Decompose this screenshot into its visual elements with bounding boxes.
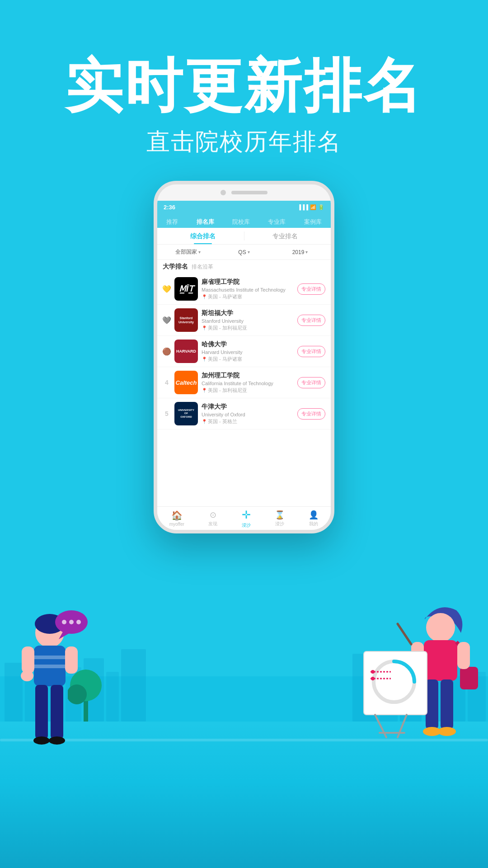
university-item-stanford: 🩶 StanfordUniversity 斯坦福大学 Stanford Univ… [157,305,331,336]
status-icons: ▐▐▐ 📶 🔋 [298,204,324,210]
content-tabs: 综合排名 专业排名 [157,228,331,245]
uni-logo-mit: M̲ĪT̲ [174,277,198,301]
phone-camera [221,190,226,195]
detail-btn-mit[interactable]: 专业详情 [297,283,325,295]
profile-icon: 👤 [309,510,319,520]
tab-specialty[interactable]: 专业排名 [244,228,327,244]
svg-point-48 [371,670,375,674]
hero-section: 实时更新排名 直击院校历年排名 [0,54,488,158]
svg-rect-7 [121,649,146,722]
svg-point-18 [76,620,81,624]
profile-label: 我的 [309,521,318,527]
phone-screen: 2:36 ▐▐▐ 📶 🔋 推荐 排名库 院校库 专 [157,201,331,530]
svg-rect-36 [460,667,478,689]
filter-year-chevron: ▾ [305,250,308,255]
detail-btn-stanford[interactable]: 专业详情 [297,315,325,326]
hourglass-icon: ⌛ [275,510,285,520]
rank-icon-1: 💛 [163,285,171,293]
bottom-nav: 🏠 myoffer ⊙ 发现 ✛ 浸沙 ⌛ 浸沙 👤 我的 [157,506,331,530]
uni-info-stanford: 斯坦福大学 Stanford University 📍 美国 - 加利福尼亚 [202,309,294,331]
bottom-nav-discover[interactable]: ⊙ 发现 [208,510,217,527]
nav-tab-cases[interactable]: 案例库 [300,216,325,228]
detail-btn-oxford[interactable]: 专业详情 [297,408,325,420]
svg-point-16 [62,620,66,624]
filter-country[interactable]: 全部国家 ▾ [162,248,214,256]
bottom-nav-center[interactable]: ✛ 浸沙 [242,509,251,528]
filter-ranking-type[interactable]: QS ▾ [218,248,270,256]
uni-name-cn-harvard: 哈佛大学 [202,340,294,349]
uni-name-en-stanford: Stanford University [202,318,294,324]
section-title: 大学排名 [163,263,188,271]
svg-rect-40 [441,679,453,729]
svg-marker-15 [59,631,71,639]
detail-btn-caltech[interactable]: 专业详情 [297,377,325,388]
svg-line-51 [398,715,407,737]
section-sub: 排名沿革 [192,263,213,271]
location-pin-stanford: 📍 [202,326,207,330]
university-item-caltech: 4 Caltech 加州理工学院 California Institute of… [157,367,331,398]
signal-icon: ▐▐▐ [298,204,308,210]
svg-line-43 [398,624,411,644]
uni-name-cn-oxford: 牛津大学 [202,403,294,411]
nav-tab-recommend[interactable]: 推荐 [163,216,182,228]
filter-bar: 全部国家 ▾ QS ▾ 2019 ▾ [157,245,331,260]
uni-location-oxford: 📍 英国 - 英格兰 [202,418,294,425]
university-item-oxford: 5 UNIVERSITYOFOXFORD 牛津大学 University of … [157,398,331,429]
location-pin-oxford: 📍 [202,419,207,424]
svg-rect-6 [106,672,119,722]
status-time: 2:36 [164,204,175,211]
uni-name-en-mit: Massachusetts Institute of Technology [202,287,294,292]
phone-body: 2:36 ▐▐▐ 📶 🔋 推荐 排名库 院校库 专 [154,181,334,533]
university-item-mit: 💛 M̲ĪT̲ 麻省理工学院 Massachusetts Institute o… [157,274,331,305]
discover-icon: ⊙ [210,510,216,520]
phone-notch [157,184,331,201]
uni-location-harvard: 📍 美国 - 马萨诸塞 [202,356,294,363]
uni-location-mit: 📍 美国 - 马萨诸塞 [202,293,294,300]
svg-rect-23 [34,665,66,668]
rank-number-5: 5 [163,410,171,417]
bottom-nav-myoffer[interactable]: 🏠 myoffer [169,510,184,527]
myoffer-icon: 🏠 [171,510,183,521]
location-pin-mit: 📍 [202,294,207,299]
uni-name-cn-mit: 麻省理工学院 [202,278,294,286]
bottom-nav-hourglass[interactable]: ⌛ 浸沙 [275,510,285,527]
hourglass-label: 浸沙 [275,521,284,527]
battery-icon: 🔋 [318,204,324,210]
svg-line-50 [375,715,386,737]
bottom-nav-profile[interactable]: 👤 我的 [309,510,319,527]
svg-point-30 [49,736,65,745]
uni-info-harvard: 哈佛大学 Harvard University 📍 美国 - 马萨诸塞 [202,340,294,363]
filter-year[interactable]: 2019 ▾ [274,248,326,256]
svg-rect-38 [457,642,470,669]
rank-icon-2: 🩶 [163,316,171,324]
phone-mockup: 2:36 ▐▐▐ 📶 🔋 推荐 排名库 院校库 专 [154,181,334,533]
trees-decoration [68,654,104,723]
detail-btn-harvard[interactable]: 专业详情 [297,346,325,357]
nav-tab-majors[interactable]: 专业库 [264,216,289,228]
uni-logo-oxford: UNIVERSITYOFOXFORD [174,402,198,425]
uni-info-caltech: 加州理工学院 California Institute of Technolog… [202,372,294,394]
nav-tab-schools[interactable]: 院校库 [229,216,253,228]
uni-location-stanford: 📍 美国 - 加利福尼亚 [202,325,294,331]
uni-name-cn-caltech: 加州理工学院 [202,372,294,380]
uni-info-mit: 麻省理工学院 Massachusetts Institute of Techno… [202,278,294,300]
whiteboard-decoration [361,649,434,741]
svg-point-34 [426,613,455,642]
uni-name-en-caltech: California Institute of Technology [202,381,294,386]
svg-rect-27 [35,685,48,739]
svg-rect-22 [34,656,66,659]
hero-title: 实时更新排名 [0,54,488,118]
status-bar: 2:36 ▐▐▐ 📶 🔋 [157,201,331,213]
university-list: 💛 M̲ĪT̲ 麻省理工学院 Massachusetts Institute o… [157,274,331,506]
tab-comprehensive[interactable]: 综合排名 [162,228,244,244]
svg-point-17 [69,620,74,624]
university-item-harvard: 🟤 HARVARD 哈佛大学 Harvard University 📍 美国 -… [157,336,331,367]
svg-point-42 [438,727,456,736]
nav-tab-ranking[interactable]: 排名库 [193,216,218,228]
svg-rect-31 [84,699,88,722]
discover-label: 发现 [208,521,217,527]
rank-icon-3: 🟤 [163,347,171,355]
myoffer-label: myoffer [169,522,184,527]
uni-info-oxford: 牛津大学 University of Oxford 📍 英国 - 英格兰 [202,403,294,425]
speech-bubble [54,609,90,642]
